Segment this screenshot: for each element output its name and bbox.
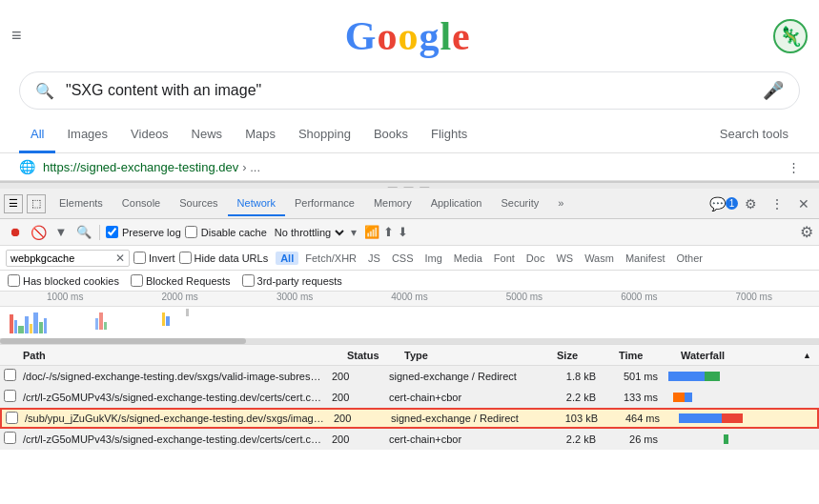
third-party-label: 3rd-party requests <box>257 275 342 287</box>
third-party-checkbox[interactable]: 3rd-party requests <box>242 274 342 287</box>
url-more-icon[interactable]: ⋮ <box>788 160 800 174</box>
row-checkbox-4[interactable] <box>4 432 19 446</box>
tab-maps[interactable]: Maps <box>234 117 287 153</box>
upload-icon[interactable]: ⬆ <box>383 225 394 239</box>
filter-type-manifest[interactable]: Manifest <box>621 252 670 265</box>
header-size[interactable]: Size <box>553 350 615 361</box>
row-time-2: 133 ms <box>600 392 662 403</box>
row-path-3: /sub/ypu_jZuGukVK/s/signed-exchange-test… <box>21 413 330 424</box>
tab-network[interactable]: Network <box>228 192 285 216</box>
url-row: 🌐 https://signed-exchange-testing.dev › … <box>0 153 819 181</box>
settings-icon[interactable]: ⚙ <box>739 192 762 215</box>
timeline-ruler: 1000 ms 2000 ms 3000 ms 4000 ms 5000 ms … <box>0 292 819 307</box>
row-waterfall-1 <box>662 372 815 381</box>
tab-search-tools[interactable]: Search tools <box>708 117 800 153</box>
invert-label: Invert <box>149 252 175 264</box>
filter-type-js[interactable]: JS <box>363 252 385 265</box>
filter-icon[interactable]: ▼ <box>51 223 71 242</box>
tab-shopping[interactable]: Shopping <box>287 117 362 153</box>
filter-type-wasm[interactable]: Wasm <box>580 252 619 265</box>
tab-sources[interactable]: Sources <box>170 192 227 216</box>
devtools-tab-inspect[interactable]: ⬚ <box>27 194 46 213</box>
url-text: https://signed-exchange-testing.dev <box>43 160 238 174</box>
avatar[interactable]: 🦎 <box>773 19 808 53</box>
tab-memory[interactable]: Memory <box>364 192 421 216</box>
search-query: "SXG content with an image" <box>66 82 763 99</box>
table-row[interactable]: /doc/-/s/signed-exchange-testing.dev/sxg… <box>0 366 819 387</box>
invert-checkbox[interactable]: Invert <box>133 252 175 264</box>
throttle-select[interactable]: No throttling <box>271 226 347 239</box>
mic-icon[interactable]: 🎤 <box>763 80 784 101</box>
devtools-tab-select[interactable]: ☰ <box>4 194 23 213</box>
filter-type-other[interactable]: Other <box>671 252 707 265</box>
row-path-2: /crt/l-zG5oMUPv43/s/signed-exchange-test… <box>19 392 328 403</box>
search-bar-row: 🔍 "SXG content with an image" 🎤 <box>0 71 819 117</box>
filter-type-font[interactable]: Font <box>489 252 520 265</box>
url-globe-icon: 🌐 <box>19 159 35 174</box>
tab-more[interactable]: » <box>548 192 573 216</box>
disable-cache-checkbox[interactable]: Disable cache <box>185 226 267 238</box>
table-row[interactable]: /crt/l-zG5oMUPv43/s/signed-exchange-test… <box>0 429 819 450</box>
row-size-1: 1.8 kB <box>538 371 600 382</box>
hide-data-urls-checkbox[interactable]: Hide data URLs <box>179 252 269 264</box>
search-button[interactable]: 🔍 <box>74 223 93 242</box>
row-type-1: signed-exchange / Redirect <box>385 371 538 382</box>
tab-elements[interactable]: Elements <box>50 192 113 216</box>
tab-videos[interactable]: Videos <box>119 117 180 153</box>
tab-performance[interactable]: Performance <box>285 192 364 216</box>
filter-types: All Fetch/XHR JS CSS Img Media Font Doc … <box>276 252 707 265</box>
tab-console[interactable]: Console <box>113 192 170 216</box>
filter-input[interactable] <box>10 252 115 264</box>
tab-flights[interactable]: Flights <box>420 117 479 153</box>
row-waterfall-2 <box>662 393 815 402</box>
row-type-4: cert-chain+cbor <box>385 433 538 445</box>
filter-type-img[interactable]: Img <box>420 252 447 265</box>
timeline-scrollbar[interactable] <box>0 338 819 344</box>
table-row-highlighted[interactable]: /sub/ypu_jZuGukVK/s/signed-exchange-test… <box>0 408 819 429</box>
timeline-scroll-thumb[interactable] <box>0 338 246 344</box>
tab-security[interactable]: Security <box>491 192 548 216</box>
row-checkbox-1[interactable] <box>4 369 19 383</box>
table-row[interactable]: /crt/l-zG5oMUPv43/s/signed-exchange-test… <box>0 387 819 408</box>
filter-clear-icon[interactable]: ✕ <box>115 252 125 265</box>
console-badge[interactable]: 💬 1 <box>712 192 735 215</box>
preserve-log-checkbox[interactable]: Preserve log <box>106 226 181 238</box>
devtools-close-icon[interactable]: ✕ <box>792 192 815 215</box>
row-waterfall-4 <box>662 434 815 444</box>
ruler-mark-4000: 4000 ms <box>352 292 466 306</box>
header-status[interactable]: Status <box>343 350 400 361</box>
record-button[interactable]: ⏺ <box>6 223 25 242</box>
tab-all[interactable]: All <box>19 117 55 153</box>
tab-books[interactable]: Books <box>362 117 420 153</box>
row-status-3: 200 <box>330 413 387 424</box>
logo-o2: o <box>398 13 417 59</box>
header-path[interactable]: Path <box>19 350 343 361</box>
has-blocked-cookies-checkbox[interactable]: Has blocked cookies <box>8 274 119 287</box>
header-waterfall[interactable]: Waterfall ▲ <box>677 350 815 361</box>
filter-type-ws[interactable]: WS <box>551 252 578 265</box>
filter-type-doc[interactable]: Doc <box>522 252 550 265</box>
table-header: Path Status Type Size Time Waterfall ▲ <box>0 345 819 366</box>
header-type[interactable]: Type <box>400 350 553 361</box>
search-icon: 🔍 <box>35 82 54 100</box>
row-checkbox-3[interactable] <box>6 412 21 426</box>
download-icon[interactable]: ⬇ <box>398 225 408 239</box>
tab-news[interactable]: News <box>180 117 235 153</box>
row-checkbox-2[interactable] <box>4 390 19 404</box>
clear-button[interactable]: 🚫 <box>29 223 48 242</box>
has-blocked-cookies-label: Has blocked cookies <box>23 275 119 287</box>
timeline-area: 1000 ms 2000 ms 3000 ms 4000 ms 5000 ms … <box>0 292 819 345</box>
tab-application[interactable]: Application <box>421 192 492 216</box>
header-time[interactable]: Time <box>615 350 677 361</box>
network-settings-icon[interactable]: ⚙ <box>800 223 813 241</box>
filter-type-css[interactable]: CSS <box>387 252 419 265</box>
filter-type-fetch[interactable]: Fetch/XHR <box>300 252 361 265</box>
blocked-requests-checkbox[interactable]: Blocked Requests <box>131 274 231 287</box>
devtools-more-icon[interactable]: ⋮ <box>766 192 788 215</box>
filter-type-media[interactable]: Media <box>449 252 487 265</box>
tab-images[interactable]: Images <box>55 117 119 153</box>
filter-type-all[interactable]: All <box>276 252 298 265</box>
row-status-1: 200 <box>328 371 385 382</box>
hamburger-icon[interactable]: ≡ <box>11 26 22 46</box>
search-box[interactable]: 🔍 "SXG content with an image" 🎤 <box>19 71 800 110</box>
